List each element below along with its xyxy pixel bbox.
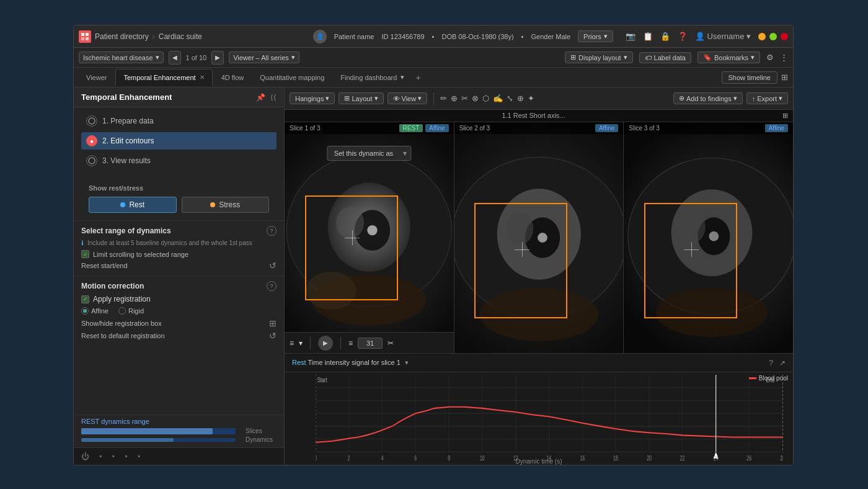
tool-5-icon[interactable]: ⬡	[482, 94, 489, 103]
svg-text:22: 22	[680, 454, 685, 462]
step-1[interactable]: 1. Prepare data	[81, 112, 277, 130]
minimize-button[interactable]	[758, 33, 766, 40]
nav-prev[interactable]: ◀	[169, 51, 181, 65]
panel-header: Temporal Enhancement 📌 ⟨⟨	[74, 87, 284, 107]
user-icon[interactable]: 👤 Username ▾	[695, 32, 751, 41]
slices-label: Slices	[246, 428, 277, 434]
toolbar-row1: Ischemic heart disease ▾ ◀ 1 of 10 ▶ Vie…	[74, 48, 793, 68]
display-layout-btn[interactable]: ⊞ Display layout ▾	[565, 52, 632, 63]
speed-input[interactable]	[358, 338, 383, 349]
step-2[interactable]: ● 2. Edit contours	[81, 132, 277, 150]
priors-button[interactable]: Priors ▾	[578, 30, 613, 42]
dynamic-menu-arrow[interactable]: ▾	[399, 146, 410, 160]
rigid-radio[interactable]	[118, 307, 126, 315]
grid-view-icon[interactable]: ⊞	[781, 73, 788, 82]
dynamics-info-icon[interactable]: ?	[267, 226, 277, 236]
reset-start-end-icon[interactable]: ↺	[269, 261, 277, 271]
affine-option[interactable]: Affine	[81, 307, 108, 315]
view-button[interactable]: 👁 View ▾	[388, 92, 428, 104]
lock-icon[interactable]: 🔒	[660, 32, 670, 41]
series-select[interactable]: Ischemic heart disease ▾	[79, 52, 164, 63]
viewer-series-select[interactable]: Viewer – All series ▾	[229, 52, 299, 63]
tool-4-icon[interactable]: ⊗	[472, 94, 479, 103]
motion-info-icon[interactable]: ?	[267, 281, 277, 291]
tab-add-button[interactable]: +	[415, 73, 420, 83]
tab-viewer[interactable]: Viewer	[79, 69, 114, 86]
collapse-icon[interactable]: ⟨⟨	[270, 93, 277, 102]
breadcrumb-patient-directory[interactable]: Patient directory	[95, 32, 149, 41]
rest-stress-section: Show rest/stress Rest Stress	[74, 174, 284, 221]
chart-body: Start End 0 2 4 6 8	[285, 372, 793, 465]
reset-default-row: Reset to default registration ↺	[81, 331, 277, 341]
chart-export-icon[interactable]: ↗	[779, 359, 786, 367]
nav-next[interactable]: ▶	[211, 51, 224, 65]
image-cell-3: Slice 3 of 3 Affine	[624, 122, 793, 353]
pin-icon[interactable]: 📌	[256, 93, 265, 102]
stress-button[interactable]: Stress	[182, 197, 270, 213]
layout-button[interactable]: ⊞ Layout ▾	[339, 92, 383, 104]
breadcrumb-cardiac-suite[interactable]: Cardiac suite	[159, 32, 202, 41]
help-icon[interactable]: ❓	[678, 32, 688, 41]
limit-scrolling-label: Limit scrolling to selected range	[93, 251, 188, 258]
settings-icon[interactable]: ⚙	[766, 53, 774, 62]
bookmarks-btn[interactable]: 🔖 Bookmarks ▾	[698, 52, 760, 63]
legend-color	[749, 377, 756, 379]
screenshot-icon[interactable]: 📷	[626, 32, 636, 41]
playback-bar: ≡ ▾ ▶ ≡ ✂	[285, 332, 454, 353]
tool-8-icon[interactable]: ⊕	[517, 94, 524, 103]
patient-dob: DOB 08-Oct-1980 (38y)	[441, 33, 513, 40]
more-icon[interactable]: ⋮	[780, 53, 788, 62]
breadcrumb: Patient directory › Cardiac suite	[95, 32, 202, 41]
power-icon[interactable]: ⏻	[81, 452, 89, 461]
slice-3-label: Slice 3 of 3	[629, 125, 659, 132]
rest-button[interactable]: Rest	[89, 197, 177, 213]
grid-layout-icon[interactable]: ⊞	[782, 112, 788, 120]
apply-registration-checkbox[interactable]: ✓	[81, 295, 89, 303]
svg-point-18	[505, 212, 533, 244]
affine-badge-2: Affine	[595, 124, 618, 132]
limit-scrolling-row[interactable]: ✓ Limit scrolling to selected range	[81, 250, 277, 258]
affine-radio[interactable]	[81, 307, 89, 315]
rigid-option[interactable]: Rigid	[118, 307, 144, 315]
layers-icon[interactable]: ≡	[290, 339, 294, 348]
tab-close-temporal[interactable]: ✕	[200, 74, 205, 81]
panel-header-icons: 📌 ⟨⟨	[256, 93, 277, 102]
close-button[interactable]	[781, 33, 788, 40]
hangings-button[interactable]: Hangings ▾	[290, 92, 335, 104]
step-3[interactable]: 3. View results	[81, 152, 277, 169]
footer-dot-1: •	[99, 452, 102, 461]
tab-temporal-enhancement[interactable]: Temporal Enhancement ✕	[115, 69, 212, 86]
play-button[interactable]: ▶	[318, 336, 333, 351]
tool-9-icon[interactable]: ✦	[528, 94, 534, 103]
image-header-3: Slice 3 of 3 Affine	[624, 122, 793, 134]
slices-bar-row: Slices	[81, 428, 277, 434]
maximize-button[interactable]	[769, 33, 777, 40]
tool-1-icon[interactable]: ✏	[440, 94, 447, 103]
tool-2-icon[interactable]: ⊕	[451, 94, 458, 103]
tab-finding-dashboard[interactable]: Finding dashboard ▾	[333, 69, 412, 86]
chart-help-icon[interactable]: ?	[769, 359, 773, 367]
show-hide-box-icon[interactable]: ⊞	[269, 318, 277, 328]
show-timeline-button[interactable]: Show timeline	[722, 71, 777, 84]
tool-6-icon[interactable]: ✍	[493, 94, 503, 103]
left-panel-content: 1. Prepare data ● 2. Edit contours 3. Vi…	[74, 107, 284, 415]
copy-icon[interactable]: 📋	[643, 32, 653, 41]
add-findings-button[interactable]: ⊕ Add to findings ▾	[673, 92, 743, 104]
svg-text:8: 8	[448, 454, 450, 462]
scissors-icon[interactable]: ✂	[388, 339, 394, 348]
label-data-btn[interactable]: 🏷 Label data	[639, 52, 691, 63]
tab-quantitative-mapping[interactable]: Quantitative mapping	[252, 69, 332, 86]
mri-image-3[interactable]	[624, 122, 793, 353]
toolbar-right: ⊞ Display layout ▾ 🏷 Label data 🔖 Bookma…	[565, 52, 788, 63]
limit-scrolling-checkbox[interactable]: ✓	[81, 250, 89, 258]
image-cell-1: Slice 1 of 3 REST Affine	[285, 122, 454, 353]
tool-7-icon[interactable]: ⤡	[507, 94, 513, 103]
title-controls: 📷 📋 🔒 ❓ 👤 Username ▾	[626, 32, 751, 41]
reset-default-icon[interactable]: ↺	[269, 331, 277, 341]
tool-3-icon[interactable]: ✂	[461, 94, 468, 103]
tab-4d-flow[interactable]: 4D flow	[214, 69, 252, 86]
mri-image-2[interactable]	[454, 122, 624, 353]
export-button[interactable]: ↑ Export ▾	[746, 92, 788, 104]
step-2-num: ●	[86, 135, 97, 146]
layers-2-icon[interactable]: ≡	[348, 339, 353, 348]
